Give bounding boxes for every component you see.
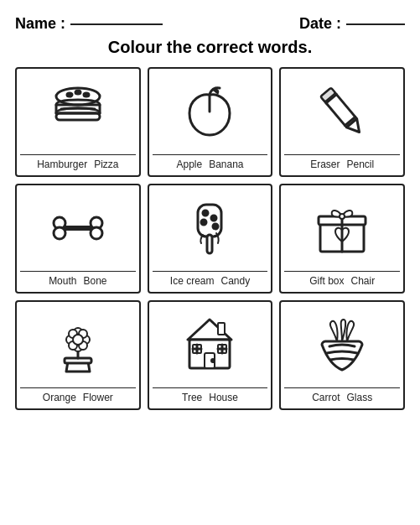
name-label: Name : bbox=[15, 15, 65, 33]
label-chair: Chair bbox=[351, 275, 376, 287]
giftbox-labels: Gift box Chair bbox=[284, 271, 400, 287]
label-mouth: Mouth bbox=[49, 275, 76, 287]
label-pencil: Pencil bbox=[346, 159, 374, 170]
card-apple: Apple Banana bbox=[148, 67, 273, 177]
apple-labels: Apple Banana bbox=[153, 154, 268, 170]
label-icecream: Ice cream bbox=[170, 275, 215, 287]
flower-labels: Orange Flower bbox=[20, 387, 136, 403]
card-flower: Orange Flower bbox=[15, 300, 141, 410]
date-label: Date : bbox=[299, 15, 341, 33]
label-apple: Apple bbox=[176, 159, 202, 170]
pencil-icon bbox=[309, 78, 376, 145]
house-icon bbox=[176, 311, 243, 378]
label-glass: Glass bbox=[346, 392, 372, 403]
flower-image bbox=[20, 307, 136, 382]
hamburger-labels: Hamburger Pizza bbox=[20, 154, 136, 170]
page-title: Colour the correct words. bbox=[15, 38, 405, 57]
label-house: House bbox=[209, 392, 238, 403]
svg-point-13 bbox=[54, 227, 65, 239]
svg-point-42 bbox=[212, 360, 215, 362]
svg-point-20 bbox=[213, 224, 218, 229]
bone-icon bbox=[44, 195, 111, 262]
card-carrot: Carrot Glass bbox=[279, 300, 405, 410]
icecream-labels: Ice cream Candy bbox=[153, 271, 268, 287]
svg-point-25 bbox=[340, 214, 345, 219]
svg-rect-8 bbox=[321, 88, 335, 101]
label-banana: Banana bbox=[209, 159, 243, 170]
svg-point-4 bbox=[75, 91, 80, 94]
svg-point-3 bbox=[67, 93, 72, 96]
hamburger-image bbox=[20, 74, 136, 149]
carrot-icon bbox=[309, 311, 376, 378]
flower-icon bbox=[44, 311, 111, 378]
label-eraser: Eraser bbox=[310, 159, 340, 170]
svg-point-19 bbox=[201, 220, 206, 225]
label-tree: Tree bbox=[182, 392, 202, 403]
name-underline bbox=[70, 23, 163, 25]
label-carrot: Carrot bbox=[312, 392, 340, 403]
svg-rect-21 bbox=[207, 235, 212, 253]
date-section: Date : bbox=[299, 15, 405, 33]
svg-point-15 bbox=[91, 227, 102, 239]
svg-point-5 bbox=[84, 93, 89, 96]
card-giftbox: Gift box Chair bbox=[279, 184, 405, 294]
carrot-image bbox=[284, 307, 400, 382]
svg-rect-2 bbox=[56, 113, 100, 120]
pencil-labels: Eraser Pencil bbox=[284, 154, 400, 170]
icecream-icon bbox=[176, 195, 243, 262]
name-section: Name : bbox=[15, 15, 163, 33]
pencil-image bbox=[284, 74, 400, 149]
bone-labels: Mouth Bone bbox=[20, 271, 136, 287]
card-icecream: Ice cream Candy bbox=[148, 184, 273, 294]
label-hamburger: Hamburger bbox=[37, 159, 87, 170]
header: Name : Date : bbox=[15, 15, 405, 33]
svg-rect-39 bbox=[218, 323, 225, 335]
card-bone: Mouth Bone bbox=[15, 184, 141, 294]
hamburger-icon bbox=[44, 78, 111, 145]
label-bone: Bone bbox=[83, 275, 106, 287]
icecream-image bbox=[153, 190, 268, 266]
house-image bbox=[153, 307, 268, 382]
label-pizza: Pizza bbox=[94, 159, 118, 170]
label-flower: Flower bbox=[83, 392, 113, 403]
date-underline bbox=[346, 23, 405, 25]
svg-point-17 bbox=[203, 211, 208, 216]
label-orange: Orange bbox=[43, 392, 76, 403]
giftbox-image bbox=[284, 190, 400, 266]
card-pencil: Eraser Pencil bbox=[279, 67, 405, 177]
svg-point-18 bbox=[211, 216, 216, 221]
apple-image bbox=[153, 74, 268, 149]
carrot-labels: Carrot Glass bbox=[284, 387, 400, 403]
apple-icon bbox=[176, 78, 243, 145]
house-labels: Tree House bbox=[153, 387, 268, 403]
card-hamburger: Hamburger Pizza bbox=[15, 67, 141, 177]
label-candy: Candy bbox=[220, 275, 250, 287]
svg-point-37 bbox=[73, 335, 83, 345]
giftbox-icon bbox=[309, 195, 376, 262]
label-giftbox: Gift box bbox=[309, 275, 344, 287]
card-house: Tree House bbox=[148, 300, 273, 410]
bone-image bbox=[20, 190, 136, 266]
card-grid: Hamburger Pizza Apple Banana bbox=[15, 67, 405, 410]
